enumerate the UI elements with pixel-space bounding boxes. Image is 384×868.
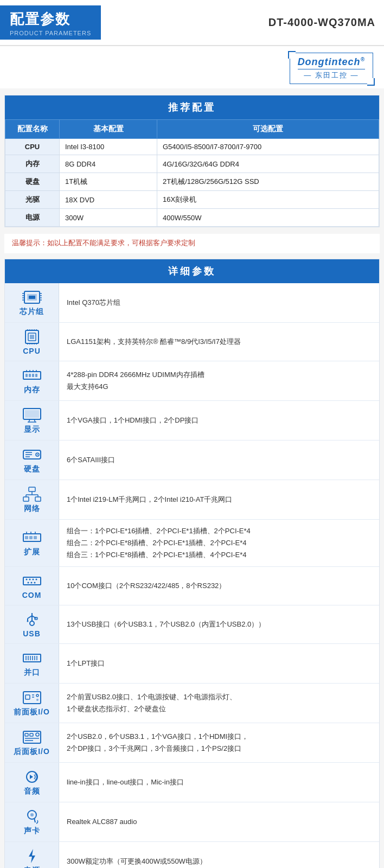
rear-io-icon [22,729,42,746]
detail-icon-cell: 硬盘 [5,441,59,480]
detail-label: 声卡 [24,826,40,836]
detail-row: 硬盘 6个SATAIII接口 [5,441,379,480]
expansion-icon [22,529,42,546]
col-optional: 可选配置 [157,120,379,139]
svg-rect-34 [25,410,39,418]
svg-rect-25 [25,374,28,377]
detail-label: 音频 [24,787,40,796]
detail-icon-cell: 内存 [5,361,59,400]
detail-icon-cell: 网络 [5,480,59,519]
svg-point-69 [30,621,34,626]
detail-row: 后面板I/O 2个USB2.0，6个USB3.1，1个VGA接口，1个HDMI接… [5,723,379,763]
brand-logo: Dongtintech® — 东田工控 — [290,53,373,84]
svg-rect-45 [23,497,29,501]
usb-icon [22,611,42,628]
detail-label: 电源 [24,866,40,868]
detail-content: 10个COM接口（2个RS232/422/485，8个RS232） [59,567,379,605]
detail-label: COM [22,591,42,599]
detail-row: 内存 4*288-pin DDR4 2666MHz UDIMM内存插槽最大支持6… [5,361,379,401]
detail-content: 13个USB接口（6个USB3.1，7个USB2.0（内置1个USB2.0）） [59,605,379,643]
detail-label: 扩展 [24,547,40,557]
detail-row: 显示 1个VGA接口，1个HDMI接口，2个DP接口 [5,401,379,441]
svg-rect-88 [30,733,33,736]
detail-row: COM 10个COM接口（2个RS232/422/485，8个RS232） [5,567,379,605]
col-basic: 基本配置 [60,120,157,139]
rec-row: 光驱18X DVD16X刻录机 [5,191,379,209]
recommended-table: 配置名称 基本配置 可选配置 CPUIntel I3-8100G5400/I5-… [5,119,379,227]
detail-label: USB [23,629,41,638]
detail-label: 内存 [24,385,40,395]
detail-label: 网络 [24,504,40,514]
detail-row: 电源 300W额定功率（可更换400W或550W电源） [5,842,379,868]
svg-rect-87 [25,733,28,736]
recommended-title: 推荐配置 [5,95,379,119]
detail-icon-cell: CPU [5,323,59,361]
brand-cn: — 东田工控 — [298,69,365,80]
svg-rect-52 [25,536,28,539]
detail-icon-cell: 显示 [5,401,59,440]
detail-icon-cell: 并口 [5,644,59,683]
svg-point-60 [29,579,30,580]
page-subtitle: PRODUCT PARAMETERS [10,30,91,36]
detail-content: LGA1151架构，支持英特尔® 酷睿™8/9代I3/I5/I7处理器 [59,323,379,361]
svg-rect-80 [23,692,41,704]
header: 配置参数 PRODUCT PARAMETERS DT-4000-WQ370MA [0,0,384,46]
detail-label: CPU [23,347,41,355]
detail-icon-cell: 音频 [5,763,59,802]
svg-point-59 [25,579,27,580]
network-icon [22,486,42,503]
page-title: 配置参数 [10,10,91,29]
svg-point-83 [36,699,39,701]
svg-rect-2 [29,296,35,299]
detail-row: 芯片组 Intel Q370芯片组 [5,283,379,323]
detail-row: CPU LGA1151架构，支持英特尔® 酷睿™8/9代I3/I5/I7处理器 [5,323,379,361]
svg-point-61 [32,579,34,580]
detail-label: 前面板I/O [14,707,50,717]
detail-content: 2个USB2.0，6个USB3.1，1个VGA接口，1个HDMI接口，2个DP接… [59,723,379,762]
detail-content: 2个前置USB2.0接口、1个电源按键、1个电源指示灯、1个硬盘状态指示灯、2个… [59,684,379,723]
recommended-section: 推荐配置 配置名称 基本配置 可选配置 CPUIntel I3-8100G540… [4,95,380,227]
detail-content: Realtek ALC887 audio [59,802,379,841]
detail-content: 组合一：1个PCI-E*16插槽、2个PCI-E*1插槽、2个PCI-E*4组合… [59,520,379,566]
svg-line-68 [28,616,32,618]
detail-icon-cell: 电源 [5,842,59,868]
detail-icon-cell: USB [5,605,59,643]
svg-rect-26 [29,374,31,377]
rec-row: 内存8G DDR44G/16G/32G/64G DDR4 [5,155,379,173]
rec-row: 硬盘1T机械2T机械/128G/256G/512G SSD [5,173,379,191]
rec-row: 电源300W400W/550W [5,209,379,227]
svg-rect-58 [23,577,41,585]
header-left: 配置参数 PRODUCT PARAMETERS [0,5,101,40]
cpu-icon [22,328,42,346]
display-icon [22,406,42,424]
detail-row: 声卡 Realtek ALC887 audio [5,802,379,842]
detail-label: 并口 [24,668,40,678]
col-name: 配置名称 [5,120,60,139]
detail-section: 详细参数 芯片组 Intel Q370芯片组 CPU LGA1151架构，支持英… [4,259,380,868]
detail-label: 硬盘 [24,464,40,474]
svg-rect-53 [29,536,33,539]
svg-rect-46 [35,497,41,501]
front-io-icon [22,689,42,706]
detail-icon-cell: 芯片组 [5,283,59,322]
detail-content: line-in接口，line-out接口，Mic-in接口 [59,763,379,802]
svg-rect-81 [25,695,30,699]
svg-rect-28 [35,374,37,377]
chipset-icon [22,289,42,306]
detail-icon-cell: 前面板I/O [5,684,59,723]
detail-row: USB 13个USB接口（6个USB3.1，7个USB2.0（内置1个USB2.… [5,605,379,644]
parallel-icon [22,649,42,667]
detail-content: 300W额定功率（可更换400W或550W电源） [59,842,379,868]
svg-rect-27 [32,374,34,377]
rec-row: CPUIntel I3-8100G5400/I5-8500/I7-8700/I7… [5,139,379,155]
svg-rect-54 [34,536,37,539]
detail-label: 芯片组 [20,307,44,317]
detail-icon-cell: COM [5,567,59,605]
svg-point-89 [36,733,39,736]
svg-point-62 [35,579,37,580]
detail-icon-cell: 后面板I/O [5,723,59,762]
logo-area: Dongtintech® — 东田工控 — [0,46,384,88]
svg-rect-44 [29,487,35,492]
detail-title: 详细参数 [5,259,379,283]
detail-row: 网络 1个Intel i219-LM千兆网口，2个Intel i210-AT千兆… [5,480,379,520]
